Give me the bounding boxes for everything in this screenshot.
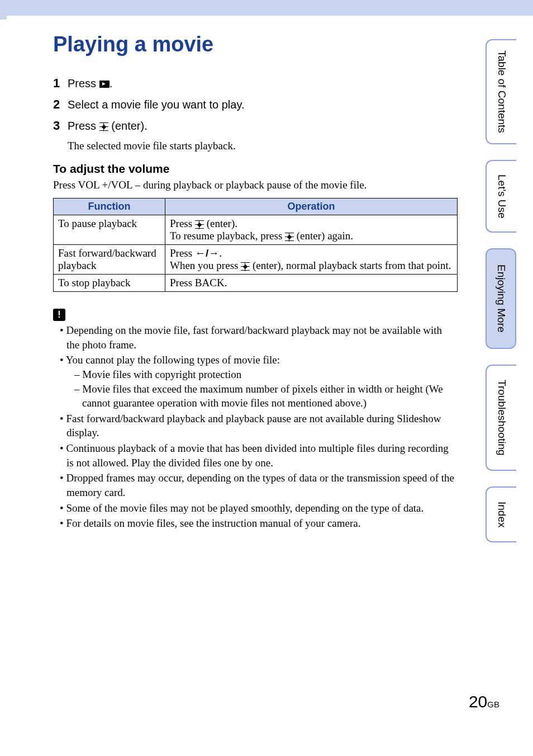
enter-icon bbox=[285, 233, 294, 242]
note-icon: ! bbox=[53, 309, 65, 321]
table-cell-function: Fast forward/backward playback bbox=[54, 245, 165, 275]
page-number-suffix: GB bbox=[487, 700, 499, 709]
steps-list: 1Press .2Select a movie file you want to… bbox=[53, 76, 458, 152]
step-item: 2Select a movie file you want to play. bbox=[53, 97, 458, 112]
note-item: Continuous playback of a movie that has … bbox=[60, 441, 458, 470]
side-tab[interactable]: Troubleshooting bbox=[486, 365, 516, 471]
note-item: Dropped frames may occur, depending on t… bbox=[60, 471, 458, 499]
side-tabs: Table of ContentsLet's UseEnjoying MoreT… bbox=[486, 39, 516, 542]
table-row: Fast forward/backward playbackPress ←/→.… bbox=[54, 245, 458, 275]
enter-icon bbox=[195, 220, 204, 229]
table-cell-function: To pause playback bbox=[54, 215, 165, 245]
step-text: Select a movie file you want to play. bbox=[68, 98, 244, 111]
note-subitem: Movie files with copyright protection bbox=[74, 367, 458, 382]
step-number: 1 bbox=[53, 76, 63, 91]
enter-icon bbox=[99, 122, 108, 131]
note-item: You cannot play the following types of m… bbox=[60, 353, 458, 410]
table-cell-function: To stop playback bbox=[54, 275, 165, 292]
page-title: Playing a movie bbox=[53, 32, 458, 56]
page-number: 20GB bbox=[469, 692, 499, 711]
table-header-operation: Operation bbox=[165, 199, 458, 215]
volume-body: Press VOL +/VOL – during playback or pla… bbox=[53, 179, 458, 191]
left-right-arrow-icon: ←/→ bbox=[195, 247, 219, 259]
note-item: Depending on the movie file, fast forwar… bbox=[60, 323, 458, 352]
step-text: Press (enter). bbox=[68, 120, 147, 133]
operations-table: Function Operation To pause playbackPres… bbox=[53, 198, 458, 292]
note-item: For details on movie files, see the inst… bbox=[60, 516, 458, 531]
table-body: To pause playbackPress (enter).To resume… bbox=[54, 215, 458, 292]
notes-list: Depending on the movie file, fast forwar… bbox=[53, 323, 458, 531]
table-cell-operation: Press (enter).To resume playback, press … bbox=[165, 215, 458, 245]
side-tab[interactable]: Enjoying More bbox=[486, 248, 516, 349]
side-tab[interactable]: Let's Use bbox=[486, 160, 516, 233]
step-number: 2 bbox=[53, 97, 63, 112]
volume-heading: To adjust the volume bbox=[53, 162, 458, 176]
note-item: Some of the movie files may not be playe… bbox=[60, 501, 458, 516]
step-text: Press . bbox=[68, 77, 112, 90]
table-row: To pause playbackPress (enter).To resume… bbox=[54, 215, 458, 245]
step-item: 3Press (enter). bbox=[53, 119, 458, 133]
note-subitem: Movie files that exceed the maximum numb… bbox=[74, 382, 458, 410]
table-cell-operation: Press BACK. bbox=[165, 275, 458, 292]
page-number-value: 20 bbox=[469, 692, 487, 711]
note-item: Fast forward/backward playback and playb… bbox=[60, 412, 458, 440]
note-sublist: Movie files with copyright protectionMov… bbox=[66, 367, 458, 410]
step-subtext: The selected movie file starts playback. bbox=[68, 140, 458, 152]
table-cell-operation: Press ←/→.When you press (enter), normal… bbox=[165, 245, 458, 275]
table-row: To stop playbackPress BACK. bbox=[54, 275, 458, 292]
top-decorative-band bbox=[0, 0, 533, 16]
step-item: 1Press . bbox=[53, 76, 458, 91]
left-decorative-band bbox=[0, 0, 7, 20]
main-content: Playing a movie 1Press .2Select a movie … bbox=[0, 16, 533, 531]
step-number: 3 bbox=[53, 119, 63, 133]
play-icon bbox=[99, 81, 110, 88]
side-tab[interactable]: Table of Contents bbox=[486, 39, 516, 144]
side-tab[interactable]: Index bbox=[486, 486, 516, 542]
enter-icon bbox=[241, 262, 250, 271]
table-header-function: Function bbox=[54, 199, 165, 215]
